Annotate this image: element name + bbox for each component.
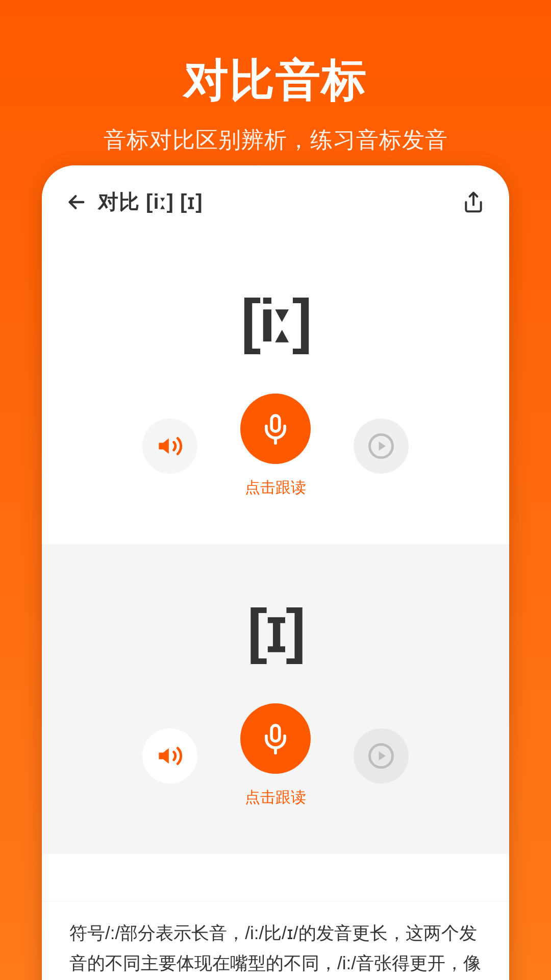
phonetic-symbol: [iː] xyxy=(42,285,509,356)
explanation-note: 符号/:/部分表示长音，/i:/比/ɪ/的发音更长，这两个发音的不同主要体现在嘴… xyxy=(42,901,509,981)
svg-marker-2 xyxy=(159,438,169,453)
hero-subtitle: 音标对比区别辨析，练习音标发音 xyxy=(0,125,551,155)
hero-title: 对比音标 xyxy=(0,50,551,111)
share-icon xyxy=(462,191,485,213)
svg-marker-11 xyxy=(379,751,386,761)
speaker-button[interactable] xyxy=(142,728,197,783)
controls-row: 点击跟读 xyxy=(42,394,509,498)
microphone-icon xyxy=(260,723,291,754)
phonetic-symbol: [ɪ] xyxy=(42,595,509,666)
back-button[interactable] xyxy=(66,192,87,212)
svg-rect-8 xyxy=(271,725,280,741)
svg-rect-3 xyxy=(271,415,280,431)
svg-marker-7 xyxy=(159,748,169,763)
microphone-icon xyxy=(260,413,291,445)
speaker-button[interactable] xyxy=(142,419,197,474)
app-header: 对比 [iː] [ɪ] xyxy=(42,165,509,234)
mic-label: 点击跟读 xyxy=(245,477,306,498)
arrow-left-icon xyxy=(66,192,87,212)
play-button[interactable] xyxy=(354,728,409,783)
play-icon xyxy=(367,742,395,770)
share-button[interactable] xyxy=(462,191,485,213)
phonetic-card-2: [ɪ] 点击跟读 xyxy=(42,544,509,854)
speaker-icon xyxy=(157,433,183,459)
controls-row: 点击跟读 xyxy=(42,703,509,808)
phone-frame: 对比 [iː] [ɪ] [iː] xyxy=(42,165,509,980)
note-text: 符号/:/部分表示长音，/i:/比/ɪ/的发音更长，这两个发音的不同主要体现在嘴… xyxy=(69,918,482,981)
mic-button[interactable] xyxy=(240,703,311,774)
mic-column: 点击跟读 xyxy=(240,394,311,498)
header-left: 对比 [iː] [ɪ] xyxy=(66,188,203,216)
phonetic-card-1: [iː] 点击跟读 xyxy=(42,234,509,544)
mic-column: 点击跟读 xyxy=(240,703,311,808)
play-button[interactable] xyxy=(354,419,409,474)
hero: 对比音标 音标对比区别辨析，练习音标发音 xyxy=(0,0,551,155)
play-icon xyxy=(367,432,395,460)
svg-marker-6 xyxy=(379,442,386,451)
mic-button[interactable] xyxy=(240,394,311,464)
speaker-icon xyxy=(157,743,183,769)
page-title: 对比 [iː] [ɪ] xyxy=(98,188,203,216)
mic-label: 点击跟读 xyxy=(245,787,306,808)
